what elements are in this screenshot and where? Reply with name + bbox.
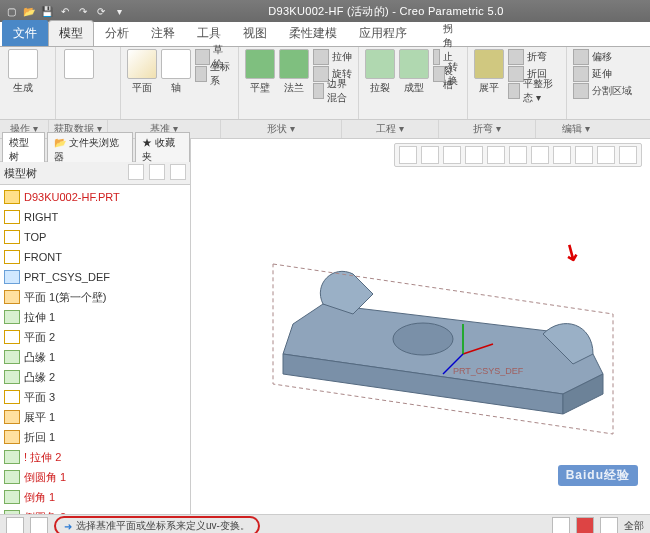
close-win-icon[interactable]: ▾ xyxy=(112,4,126,18)
render-icon[interactable] xyxy=(619,146,637,164)
tab-model[interactable]: 模型 xyxy=(48,20,94,46)
tree-item[interactable]: 平面 3 xyxy=(0,387,190,407)
info-icon: ➜ xyxy=(64,521,72,532)
tree-item[interactable]: 平面 1(第一个壁) xyxy=(0,287,190,307)
watermark: Baidu经验 xyxy=(558,465,638,486)
ribbon-tabs: 文件 模型 分析 注释 工具 视图 柔性建模 应用程序 xyxy=(0,22,650,47)
status-message: 选择基准平面或坐标系来定义uv-变换。 xyxy=(76,519,250,533)
svg-point-0 xyxy=(393,323,453,355)
open-icon[interactable]: 📂 xyxy=(22,4,36,18)
bend-button[interactable]: 折弯 xyxy=(508,49,560,65)
model-geometry: PRT_CSYS_DEF xyxy=(263,224,623,444)
tree-title: 模型树 xyxy=(4,166,37,181)
status-find-icon[interactable] xyxy=(600,517,618,533)
unbend-button[interactable]: 展平 xyxy=(474,49,504,95)
msg-log-icon[interactable] xyxy=(6,517,24,533)
tree-settings-icon[interactable] xyxy=(149,164,165,180)
tree-item[interactable]: 展平 1 xyxy=(0,407,190,427)
status-flag-icon[interactable] xyxy=(576,517,594,533)
title-bar: ▢ 📂 💾 ↶ ↷ ⟳ ▾ D93KU002-HF (活动的) - Creo P… xyxy=(0,0,650,22)
boundary-button[interactable]: 边界混合 xyxy=(313,83,352,99)
tree-item[interactable]: 倒圆角 1 xyxy=(0,467,190,487)
extrude-button[interactable]: 拉伸 xyxy=(313,49,352,65)
tree-item[interactable]: 倒圆角 2 xyxy=(0,507,190,514)
new-icon[interactable]: ▢ xyxy=(4,4,18,18)
save-icon[interactable]: 💾 xyxy=(40,4,54,18)
graphics-viewport[interactable]: ↘ PRT_CSYS_DEF Baidu经验 xyxy=(191,139,650,514)
axis-button[interactable]: 轴 xyxy=(161,49,191,95)
tree-item[interactable]: PRT_CSYS_DEF xyxy=(0,267,190,287)
pan-icon[interactable] xyxy=(465,146,483,164)
display-style-icon[interactable] xyxy=(531,146,549,164)
status-icon-1[interactable] xyxy=(552,517,570,533)
tab-view[interactable]: 视图 xyxy=(232,20,278,46)
tree-header: 模型树 xyxy=(0,162,190,185)
tab-flex[interactable]: 柔性建模 xyxy=(278,20,348,46)
perspective-icon[interactable] xyxy=(597,146,615,164)
tree-tools xyxy=(126,164,186,182)
redo-icon[interactable]: ↷ xyxy=(76,4,90,18)
view-toolbar xyxy=(394,143,642,167)
datum-display-icon[interactable] xyxy=(553,146,571,164)
plane-button[interactable]: 平面 xyxy=(127,49,157,95)
getdata-button[interactable] xyxy=(62,49,96,79)
tree-item[interactable]: 凸缘 2 xyxy=(0,367,190,387)
tab-file[interactable]: 文件 xyxy=(2,20,48,46)
form-button[interactable]: 成型 xyxy=(399,49,429,95)
tree-item[interactable]: TOP xyxy=(0,227,190,247)
spin-icon[interactable] xyxy=(487,146,505,164)
convert-button[interactable]: 转换 xyxy=(433,66,462,82)
tab-analysis[interactable]: 分析 xyxy=(94,20,140,46)
model-tree[interactable]: D93KU002-HF.PRTRIGHTTOPFRONTPRT_CSYS_DEF… xyxy=(0,185,190,514)
tree-item[interactable]: D93KU002-HF.PRT xyxy=(0,187,190,207)
tree-search-icon[interactable] xyxy=(170,164,186,180)
split-button[interactable]: 分割区域 xyxy=(573,83,632,99)
tree-item[interactable]: 平面 2 xyxy=(0,327,190,347)
undo-icon[interactable]: ↶ xyxy=(58,4,72,18)
quick-access-toolbar: ▢ 📂 💾 ↶ ↷ ⟳ ▾ xyxy=(4,4,126,18)
zoomin-icon[interactable] xyxy=(421,146,439,164)
flatstate-button[interactable]: 平整形态 ▾ xyxy=(508,83,560,99)
status-filter-label[interactable]: 全部 xyxy=(624,519,644,533)
rip-button[interactable]: 拉裂 xyxy=(365,49,395,95)
saved-views-icon[interactable] xyxy=(509,146,527,164)
zoomout-icon[interactable] xyxy=(443,146,461,164)
annot-display-icon[interactable] xyxy=(575,146,593,164)
side-tabs: 模型树 📂 文件夹浏览器 ★ 收藏夹 xyxy=(0,139,190,162)
tree-item[interactable]: FRONT xyxy=(0,247,190,267)
status-prompt: ➜ 选择基准平面或坐标系来定义uv-变换。 xyxy=(54,516,260,533)
flat-button[interactable]: 平壁 xyxy=(245,49,275,95)
tree-item[interactable]: 凸缘 1 xyxy=(0,347,190,367)
main-area: 模型树 📂 文件夹浏览器 ★ 收藏夹 模型树 D93KU002-HF.PRTRI… xyxy=(0,139,650,514)
tree-item[interactable]: 倒角 1 xyxy=(0,487,190,507)
sel-filter-icon[interactable] xyxy=(30,517,48,533)
ribbon: 生成 平面 轴 草绘 坐标系 平壁 法兰 拉伸 旋转 边界混合 拉裂 成型 拐角… xyxy=(0,47,650,120)
refit-icon[interactable] xyxy=(399,146,417,164)
regen-icon[interactable]: ⟳ xyxy=(94,4,108,18)
tab-apps[interactable]: 应用程序 xyxy=(348,20,418,46)
tree-item[interactable]: RIGHT xyxy=(0,207,190,227)
tree-item[interactable]: ! 拉伸 2 xyxy=(0,447,190,467)
extend-button[interactable]: 延伸 xyxy=(573,66,632,82)
csys-label: PRT_CSYS_DEF xyxy=(453,366,524,376)
tree-item[interactable]: 拉伸 1 xyxy=(0,307,190,327)
regen-button[interactable]: 生成 xyxy=(6,49,40,95)
offset-button[interactable]: 偏移 xyxy=(573,49,632,65)
tree-item[interactable]: 折回 1 xyxy=(0,427,190,447)
csys-button[interactable]: 坐标系 xyxy=(195,66,232,82)
tree-filter-icon[interactable] xyxy=(128,164,144,180)
status-bar: ➜ 选择基准平面或坐标系来定义uv-变换。 全部 xyxy=(0,514,650,533)
tab-annotate[interactable]: 注释 xyxy=(140,20,186,46)
model-tree-panel: 模型树 📂 文件夹浏览器 ★ 收藏夹 模型树 D93KU002-HF.PRTRI… xyxy=(0,139,191,514)
flange-button[interactable]: 法兰 xyxy=(279,49,309,95)
window-title: D93KU002-HF (活动的) - Creo Parametric 5.0 xyxy=(126,4,646,19)
